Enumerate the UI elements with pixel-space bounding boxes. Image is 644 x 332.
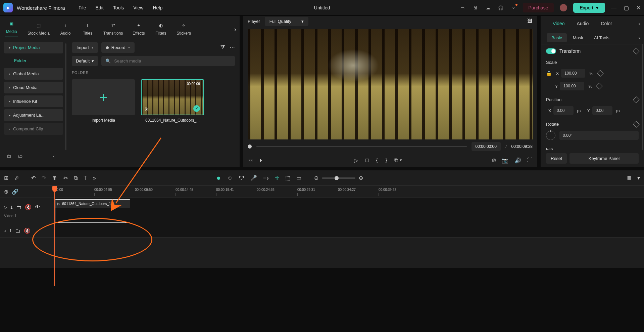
sidebar-scrollbar[interactable] — [65, 43, 66, 150]
search-media[interactable]: 🔍 — [101, 56, 235, 66]
headphone-icon[interactable]: 🎧 — [497, 4, 504, 11]
sidebar-cloud-media[interactable]: Cloud Media — [4, 82, 63, 93]
keyframe-diamond-icon[interactable] — [633, 121, 640, 128]
ratio-icon[interactable]: ⧉ ▾ — [394, 157, 402, 163]
apps-icon[interactable]: ⁘ — [510, 4, 517, 11]
search-input[interactable] — [114, 58, 231, 64]
text-icon[interactable]: T — [84, 175, 87, 181]
display-out-icon[interactable]: ⎚ — [492, 157, 496, 164]
delete-icon[interactable]: 🗑 — [52, 175, 57, 181]
tab-media[interactable]: ▣Media — [0, 20, 23, 37]
lock-icon[interactable]: 🔒 — [546, 71, 552, 76]
props-scrollbar[interactable] — [642, 44, 643, 150]
camera-icon[interactable]: 📷 — [502, 157, 508, 164]
timeline-clip[interactable]: ▷6011864_Nature_Outdoors_1... — [55, 199, 130, 223]
tabs-scroll-right[interactable]: › — [234, 26, 236, 33]
display-icon[interactable]: ▭ — [459, 4, 466, 11]
scrub-handle[interactable] — [248, 144, 252, 149]
sidebar-global-media[interactable]: Global Media — [4, 68, 63, 80]
track-folder-icon[interactable]: 🗀 — [15, 228, 20, 234]
transform-toggle[interactable] — [546, 48, 556, 54]
subtab-ai-tools[interactable]: AI Tools — [589, 33, 614, 42]
play-icon[interactable]: ▷ — [354, 157, 358, 164]
minimize-button[interactable]: — — [611, 5, 616, 11]
prop-tab-video[interactable]: Video — [547, 21, 571, 26]
track-mute-icon[interactable]: 🔇 — [24, 227, 31, 234]
list-view-icon[interactable]: ≣ — [627, 175, 631, 181]
reset-button[interactable]: Reset — [546, 153, 567, 164]
new-bin-icon[interactable]: 🗁 — [18, 154, 26, 161]
fullscreen-icon[interactable]: ⛶ — [527, 157, 533, 164]
sidebar-adjustment-layer[interactable]: Adjustment La... — [4, 109, 63, 121]
pointer-icon[interactable]: ⬀ — [14, 175, 19, 181]
tabs-scroll-right-icon[interactable]: › — [639, 21, 640, 26]
rotate-input[interactable]: 0.00° — [559, 131, 639, 140]
undo-icon[interactable]: ↶ — [31, 175, 36, 181]
subtab-mask[interactable]: Mask — [568, 33, 588, 42]
view-options-icon[interactable]: ▾ — [637, 175, 640, 181]
more-tools-icon[interactable]: » — [93, 175, 96, 181]
cloud-icon[interactable]: ☁ — [485, 4, 491, 11]
marker-icon[interactable]: 🛡 — [239, 175, 244, 181]
tab-titles[interactable]: TTitles — [77, 22, 99, 36]
cut-icon[interactable]: ✂ — [63, 175, 68, 181]
more-icon[interactable]: ⋯ — [230, 44, 235, 51]
zoom-in-icon[interactable]: ⊕ — [359, 175, 363, 181]
sidebar-influence-kit[interactable]: Influence Kit — [4, 95, 63, 107]
subtabs-scroll-right-icon[interactable]: › — [639, 35, 640, 40]
grid-icon[interactable]: ⊞ — [4, 175, 8, 181]
stop-icon[interactable]: □ — [365, 157, 369, 163]
frame-icon[interactable]: ⬚ — [285, 175, 290, 181]
pos-x-input[interactable]: 0.00 — [553, 106, 574, 115]
add-track-icon[interactable]: ⊕ — [4, 189, 8, 195]
keyframe-diamond-icon[interactable] — [597, 70, 604, 77]
align-icon[interactable]: ✛ — [275, 175, 279, 181]
zoom-out-icon[interactable]: ⊖ — [314, 175, 318, 181]
tab-filters[interactable]: ◐Filters — [150, 22, 172, 36]
tab-stock-media[interactable]: ⬚Stock Media — [23, 22, 54, 36]
keyframe-panel-button[interactable]: Keyframe Panel — [569, 153, 639, 164]
keyframe-diamond-icon[interactable] — [633, 48, 640, 54]
subtab-basic[interactable]: Basic — [547, 33, 567, 42]
user-avatar[interactable] — [560, 4, 567, 11]
audio-mix-icon[interactable]: ≡♪ — [263, 175, 269, 181]
menu-file[interactable]: File — [79, 5, 86, 10]
track-folder-icon[interactable]: 🗀 — [16, 204, 21, 210]
tab-audio[interactable]: ♪Audio — [54, 22, 77, 36]
track-mute-icon[interactable]: 🔇 — [25, 204, 32, 210]
filter-icon[interactable]: ⧩ — [220, 44, 225, 51]
maximize-button[interactable]: ▢ — [624, 5, 629, 11]
mark-out-icon[interactable]: } — [385, 157, 387, 163]
ai-face-icon[interactable]: ☻ — [216, 175, 221, 181]
timeline-ruler[interactable]: :00:0000:00:04:5500:00:09:5000:00:14:450… — [54, 186, 644, 198]
import-media-tile[interactable]: + Import Media — [72, 79, 135, 123]
save-icon[interactable]: 🖫 — [472, 4, 479, 11]
keyframe-diamond-icon[interactable] — [596, 83, 603, 89]
export-button[interactable]: Export▾ — [573, 3, 605, 13]
sidebar-folder[interactable]: Folder — [4, 55, 63, 66]
tab-effects[interactable]: ✦Effects — [128, 22, 150, 36]
crop-icon[interactable]: ⧉ — [74, 175, 78, 181]
sidebar-project-media[interactable]: Project Media — [4, 42, 63, 53]
sort-dropdown[interactable]: Default▾ — [72, 56, 98, 66]
playhead[interactable] — [54, 186, 55, 265]
record-button[interactable]: Record▾ — [101, 42, 135, 53]
quality-dropdown[interactable]: Full Quality▾ — [265, 17, 308, 26]
collapse-sidebar-icon[interactable]: ‹ — [53, 154, 60, 161]
media-clip-tile[interactable]: 00:00:09 ⎘ ✓ 6011864_Nature_Outdoors_... — [141, 79, 204, 123]
tab-stickers[interactable]: ✧Stickers — [172, 22, 196, 36]
menu-tools[interactable]: Tools — [113, 5, 124, 10]
step-back-icon[interactable]: ⏵⃓ — [258, 157, 264, 163]
scale-y-input[interactable]: 100.00 — [560, 82, 584, 90]
track-visibility-icon[interactable]: 👁 — [35, 204, 40, 210]
menu-edit[interactable]: Edit — [96, 5, 104, 10]
rotate-dial[interactable] — [546, 131, 555, 140]
video-preview[interactable] — [248, 29, 533, 139]
sidebar-compound-clip[interactable]: Compound Clip — [4, 123, 63, 135]
import-button[interactable]: Import▾ — [72, 42, 98, 53]
prop-tab-color[interactable]: Color — [595, 21, 618, 26]
snapshot-icon[interactable]: 🖼 — [527, 18, 533, 24]
mark-in-icon[interactable]: { — [376, 157, 378, 163]
scrub-track[interactable] — [256, 146, 467, 147]
pos-y-input[interactable]: 0.00 — [592, 106, 612, 115]
